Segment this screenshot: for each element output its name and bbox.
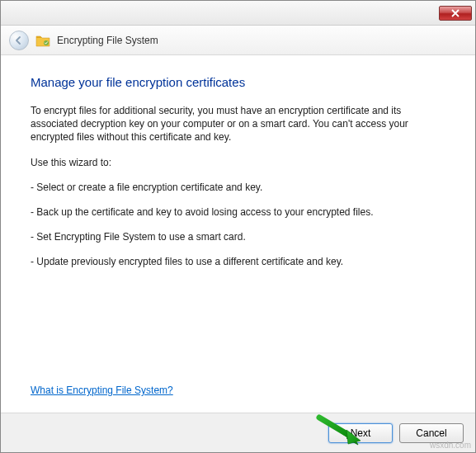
list-item: - Back up the certificate and key to avo… (31, 205, 445, 219)
help-link[interactable]: What is Encrypting File System? (31, 385, 173, 396)
content-area: Manage your file encryption certificates… (1, 55, 475, 413)
page-heading: Manage your file encryption certificates (31, 75, 445, 89)
list-item: - Select or create a file encryption cer… (31, 181, 445, 194)
use-wizard-text: Use this wizard to: (31, 156, 445, 169)
intro-text: To encrypt files for additional security… (31, 104, 445, 144)
efs-folder-icon (35, 34, 50, 47)
back-arrow-icon (14, 35, 24, 45)
watermark: wsxdn.com (430, 441, 471, 450)
next-button[interactable]: Next (328, 423, 393, 443)
close-button[interactable] (439, 6, 472, 21)
window-title: Encrypting File System (57, 35, 158, 46)
list-item: - Set Encrypting File System to use a sm… (31, 230, 445, 243)
footer-bar: Next Cancel (1, 413, 475, 452)
close-icon (451, 9, 460, 17)
cancel-button[interactable]: Cancel (399, 423, 464, 443)
titlebar (1, 1, 475, 26)
list-item: - Update previously encrypted files to u… (31, 255, 445, 268)
back-button (9, 31, 29, 50)
header-bar: Encrypting File System (1, 26, 475, 55)
